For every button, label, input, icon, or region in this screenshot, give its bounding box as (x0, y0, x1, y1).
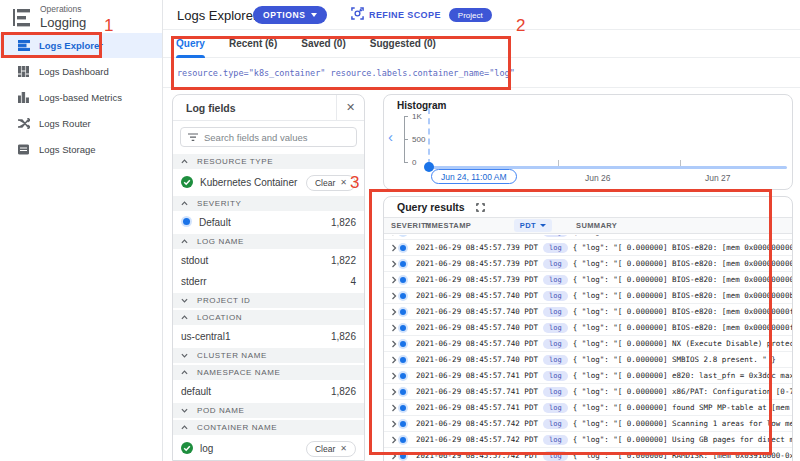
chevron-left-icon[interactable]: ‹ (388, 128, 393, 145)
chevron-right-icon[interactable] (384, 308, 400, 316)
tab-saved-0-[interactable]: Saved (0) (301, 30, 345, 58)
log-row[interactable]: 2021-06-29 08:45:57.742 PDTlog{ "log": "… (384, 448, 792, 461)
field-value-log[interactable]: logClear✕ (173, 437, 364, 460)
page-title: Logs Explorer (177, 8, 257, 23)
clear-filter-button[interactable]: Clear✕ (306, 441, 356, 457)
chevron-right-icon[interactable] (384, 276, 400, 284)
severity-default-icon (400, 421, 416, 427)
field-value-stderr[interactable]: stderr4 (173, 272, 364, 291)
field-section-label: POD NAME (197, 406, 244, 415)
severity-default-icon (400, 453, 416, 459)
field-value-label: stderr (181, 276, 207, 287)
chevron-right-icon[interactable] (384, 260, 400, 268)
sidebar-item-logs-dashboard[interactable]: Logs Dashboard (0, 59, 162, 84)
close-icon[interactable]: ✕ (337, 95, 364, 121)
field-section-project-id[interactable]: PROJECT ID (173, 293, 364, 308)
scope-project-badge[interactable]: Project (449, 8, 492, 22)
field-section-container-name[interactable]: CONTAINER NAME (173, 420, 364, 435)
severity-default-icon (400, 357, 416, 363)
y-tick-label: 500 (412, 135, 425, 144)
log-row[interactable]: 2021-06-29 08:45:57.739 PDTlog{ "log": "… (384, 240, 792, 256)
chevron-up-icon (181, 313, 188, 322)
field-section-cluster-name[interactable]: CLUSTER NAME (173, 348, 364, 363)
log-name-badge: log (543, 235, 568, 237)
logs-explorer-icon (17, 39, 30, 52)
log-row[interactable]: 2021-06-29 08:45:57.742 PDTlog{ "log": "… (384, 416, 792, 432)
field-section-namespace-name[interactable]: NAMESPACE NAME (173, 365, 364, 380)
options-button[interactable]: OPTIONS (253, 6, 327, 24)
log-row[interactable]: 2021-06-29 08:45:57.740 PDTlog{ "log": "… (384, 352, 792, 368)
logs-explorer-screen: Operations Logging Logs ExplorerLogs Das… (0, 0, 800, 461)
chevron-right-icon[interactable] (384, 324, 400, 332)
tab-recent-6-[interactable]: Recent (6) (229, 30, 277, 58)
chevron-right-icon[interactable] (384, 235, 400, 236)
field-section-pod-name[interactable]: POD NAME (173, 403, 364, 418)
log-name-badge: log (543, 387, 568, 397)
chevron-up-icon (181, 199, 188, 208)
log-fields-search[interactable] (180, 127, 357, 147)
chevron-right-icon[interactable] (384, 452, 400, 460)
logs-router-icon (17, 117, 30, 130)
chevron-right-icon[interactable] (384, 388, 400, 396)
field-value-stdout[interactable]: stdout1,822 (173, 251, 364, 270)
log-row[interactable]: 2021-06-29 08:45:57.740 PDTlog{ "log": "… (384, 336, 792, 352)
chevron-right-icon[interactable] (384, 292, 400, 300)
sidebar-item-logs-explorer[interactable]: Logs Explorer (0, 33, 162, 58)
field-value-count: 1,822 (331, 255, 356, 266)
refine-scope-button[interactable]: REFINE SCOPE Project (351, 6, 492, 24)
log-timestamp: 2021-06-29 08:45:57.742 PDT (416, 419, 543, 428)
severity-default-icon (400, 245, 416, 251)
log-name-badge: log (543, 435, 568, 445)
field-value-label: Default (199, 217, 231, 228)
log-row[interactable]: 2021-06-29 08:45:57.740 PDTlog{ "log": "… (384, 320, 792, 336)
chevron-right-icon[interactable] (384, 340, 400, 348)
field-section-log-name[interactable]: LOG NAME (173, 234, 364, 249)
chevron-right-icon[interactable] (384, 420, 400, 428)
severity-default-icon (400, 373, 416, 379)
log-row[interactable]: 2021-06-29 08:45:57.739 PDTlog{ "log": "… (384, 272, 792, 288)
chevron-right-icon[interactable] (384, 244, 400, 252)
selected-time-line (428, 108, 430, 165)
chevron-right-icon[interactable] (384, 356, 400, 364)
field-section-severity[interactable]: SEVERITY (173, 196, 364, 211)
log-row[interactable]: 2021-06-29 08:45:57.742 PDTlog{ "log": "… (384, 432, 792, 448)
field-section-resource-type[interactable]: RESOURCE TYPE (173, 154, 364, 169)
chevron-right-icon[interactable] (384, 436, 400, 444)
field-section-label: SEVERITY (197, 199, 241, 208)
sidebar-item-logs-router[interactable]: Logs Router (0, 111, 162, 136)
search-input[interactable] (204, 132, 349, 143)
selected-time-pill[interactable]: Jun 24, 11:00 AM (431, 169, 517, 184)
field-value-default[interactable]: Default1,826 (173, 213, 364, 232)
log-row[interactable]: 2021-06-29 08:45:57.741 PDTlog{ "log": "… (384, 384, 792, 400)
log-name-badge: log (543, 291, 568, 301)
chevron-right-icon[interactable] (384, 372, 400, 380)
log-row[interactable]: 2021-06-29 08:45:57.741 PDTlog{ "log": "… (384, 400, 792, 416)
field-section-location[interactable]: LOCATION (173, 310, 364, 325)
field-section-label: NAMESPACE NAME (197, 368, 280, 377)
query-editor[interactable]: resource.type="k8s_container" resource.l… (163, 58, 800, 88)
log-timestamp: 2021-06-29 08:45:57.741 PDT (416, 387, 543, 396)
field-value-kubernetes-container[interactable]: Kubernetes ContainerClear✕ (173, 171, 364, 194)
log-name-badge: log (543, 323, 568, 333)
field-value-count: 4 (350, 276, 356, 287)
chevron-right-icon[interactable] (384, 404, 400, 412)
log-row[interactable]: 2021-06-29 08:45:57.741 PDTlog{ "log": "… (384, 368, 792, 384)
tab-suggested-0-[interactable]: Suggested (0) (370, 30, 436, 58)
timezone-chip[interactable]: PDT (514, 219, 552, 232)
product-brand: Operations Logging (40, 4, 86, 30)
field-section-label: CLUSTER NAME (197, 351, 267, 360)
log-fields-list: RESOURCE TYPEKubernetes ContainerClear✕S… (173, 154, 364, 460)
log-row[interactable]: 2021-06-29 08:45:57.739 PDTlog{ "log": "… (384, 256, 792, 272)
chevron-down-icon (540, 224, 546, 227)
field-value-default[interactable]: default1,826 (173, 382, 364, 401)
log-fields-title: Log fields (186, 102, 236, 114)
log-timestamp: 2021-06-29 08:45:57.740 PDT (416, 339, 543, 348)
clear-filter-button[interactable]: Clear✕ (306, 175, 356, 191)
tab-query[interactable]: Query (176, 30, 205, 58)
log-row[interactable]: 2021-06-29 08:45:57.740 PDTlog{ "log": "… (384, 288, 792, 304)
fullscreen-icon[interactable] (476, 203, 485, 212)
log-row[interactable]: 2021-06-29 08:45:57.740 PDTlog{ "log": "… (384, 304, 792, 320)
sidebar-item-logs-storage[interactable]: Logs Storage (0, 137, 162, 162)
sidebar-item-logs-based-metrics[interactable]: Logs-based Metrics (0, 85, 162, 110)
field-value-us-central1[interactable]: us-central11,826 (173, 327, 364, 346)
